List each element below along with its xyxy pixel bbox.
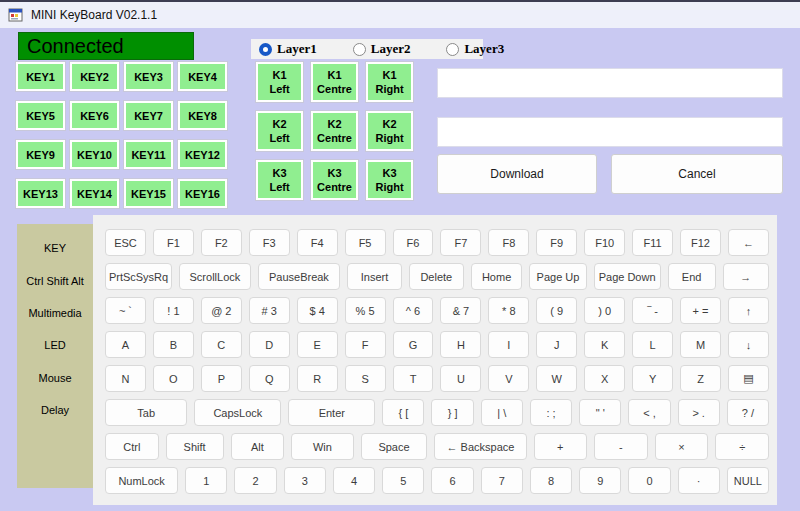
keyboard-key[interactable]: Shift [166,433,224,460]
keyboard-key[interactable]: Ctrl [105,433,159,460]
keyboard-key[interactable]: → [723,263,769,290]
k1-centre-button[interactable]: K1Centre [311,62,358,102]
layer-radio-layer3[interactable]: Layer3 [446,41,504,57]
keyboard-key[interactable]: ^ 6 [393,297,434,324]
keyboard-key[interactable]: E [297,331,338,358]
keyboard-key[interactable]: % 5 [345,297,386,324]
keyboard-key[interactable]: F10 [584,229,625,256]
k1-left-button[interactable]: K1Left [256,62,303,102]
k2-right-button[interactable]: K2Right [366,111,413,151]
keyboard-key[interactable]: Page Up [529,263,586,290]
k3-left-button[interactable]: K3Left [256,160,303,200]
keyboard-key[interactable]: End [668,263,716,290]
k3-right-button[interactable]: K3Right [366,160,413,200]
keyboard-key[interactable]: NumLock [105,467,178,494]
keyboard-key[interactable]: × [655,433,709,460]
keyboard-key[interactable]: O [153,365,194,392]
keyboard-key[interactable]: ~ ` [105,297,146,324]
key3-button[interactable]: KEY3 [124,62,173,91]
keyboard-key[interactable]: $ 4 [297,297,338,324]
keyboard-key[interactable]: ESC [105,229,146,256]
keyboard-key[interactable]: F9 [536,229,577,256]
keyboard-key[interactable]: & 7 [440,297,481,324]
keyboard-key[interactable]: 3 [284,467,326,494]
keyboard-key[interactable]: F4 [297,229,338,256]
keyboard-key[interactable]: 4 [333,467,375,494]
keyboard-key[interactable]: CapsLock [194,399,281,426]
keyboard-key[interactable]: F8 [488,229,529,256]
keyboard-key[interactable]: } ] [431,399,473,426]
key4-button[interactable]: KEY4 [178,62,227,91]
keyboard-key[interactable]: NULL [727,467,769,494]
keyboard-key[interactable]: 8 [530,467,572,494]
sidebar-tab-delay[interactable]: Delay [17,394,93,426]
keyboard-key[interactable]: U [440,365,481,392]
keyboard-key[interactable]: R [297,365,338,392]
keyboard-key[interactable]: Space [361,433,428,460]
keyboard-key[interactable]: ÷ [715,433,769,460]
keyboard-key[interactable]: 7 [481,467,523,494]
key13-button[interactable]: KEY13 [16,179,65,208]
key14-button[interactable]: KEY14 [70,179,119,208]
keyboard-key[interactable]: @ 2 [201,297,242,324]
keyboard-key[interactable]: ( 9 [536,297,577,324]
keyboard-key[interactable]: > . [678,399,720,426]
keyboard-key[interactable]: Win [291,433,353,460]
sidebar-tab-multimedia[interactable]: Multimedia [17,297,93,329]
keyboard-key[interactable]: L [632,331,673,358]
keyboard-key[interactable]: Q [249,365,290,392]
keyboard-key[interactable]: ← Backspace [434,433,526,460]
k1-right-button[interactable]: K1Right [366,62,413,102]
keyboard-key[interactable]: ! 1 [153,297,194,324]
key11-button[interactable]: KEY11 [124,140,173,169]
keyboard-key[interactable]: - [594,433,648,460]
macro-input-1[interactable] [437,68,783,98]
keyboard-key[interactable]: Y [632,365,673,392]
keyboard-key[interactable]: Tab [105,399,187,426]
keyboard-key[interactable]: ↑ [728,297,769,324]
keyboard-key[interactable]: Home [471,263,523,290]
keyboard-key[interactable]: A [105,331,146,358]
keyboard-key[interactable]: F2 [201,229,242,256]
keyboard-key[interactable]: D [249,331,290,358]
keyboard-key[interactable]: F7 [440,229,481,256]
keyboard-key[interactable]: F3 [249,229,290,256]
keyboard-key[interactable]: H [440,331,481,358]
keyboard-key[interactable]: # 3 [249,297,290,324]
keyboard-key[interactable]: C [201,331,242,358]
keyboard-key[interactable]: | \ [481,399,523,426]
keyboard-key[interactable]: + = [680,297,721,324]
keyboard-key[interactable]: N [105,365,146,392]
keyboard-key[interactable]: G [393,331,434,358]
keyboard-key[interactable]: Z [680,365,721,392]
keyboard-key[interactable]: Alt [231,433,285,460]
cancel-button[interactable]: Cancel [611,154,783,194]
keyboard-key[interactable]: T [393,365,434,392]
keyboard-key[interactable]: B [153,331,194,358]
keyboard-key[interactable]: X [584,365,625,392]
macro-input-2[interactable] [437,117,783,147]
keyboard-key[interactable]: K [584,331,625,358]
keyboard-key[interactable]: F6 [393,229,434,256]
keyboard-key[interactable]: ↓ [728,331,769,358]
keyboard-key[interactable]: * 8 [488,297,529,324]
keyboard-key[interactable]: + [534,433,588,460]
k2-centre-button[interactable]: K2Centre [311,111,358,151]
key9-button[interactable]: KEY9 [16,140,65,169]
sidebar-tab-ctrl-shift-alt[interactable]: Ctrl Shift Alt [17,264,93,296]
keyboard-key[interactable]: Insert [347,263,402,290]
keyboard-key[interactable]: M [680,331,721,358]
keyboard-key[interactable]: 5 [382,467,424,494]
keyboard-key[interactable]: < , [628,399,670,426]
keyboard-key[interactable]: S [345,365,386,392]
keyboard-key[interactable]: 6 [431,467,473,494]
keyboard-key[interactable]: Delete [409,263,464,290]
keyboard-key[interactable]: F12 [680,229,721,256]
keyboard-key[interactable]: F5 [345,229,386,256]
keyboard-key[interactable]: F11 [632,229,673,256]
key2-button[interactable]: KEY2 [70,62,119,91]
keyboard-key[interactable]: J [536,331,577,358]
keyboard-key[interactable]: ScrollLock [179,263,251,290]
key10-button[interactable]: KEY10 [70,140,119,169]
keyboard-key[interactable]: { [ [382,399,424,426]
